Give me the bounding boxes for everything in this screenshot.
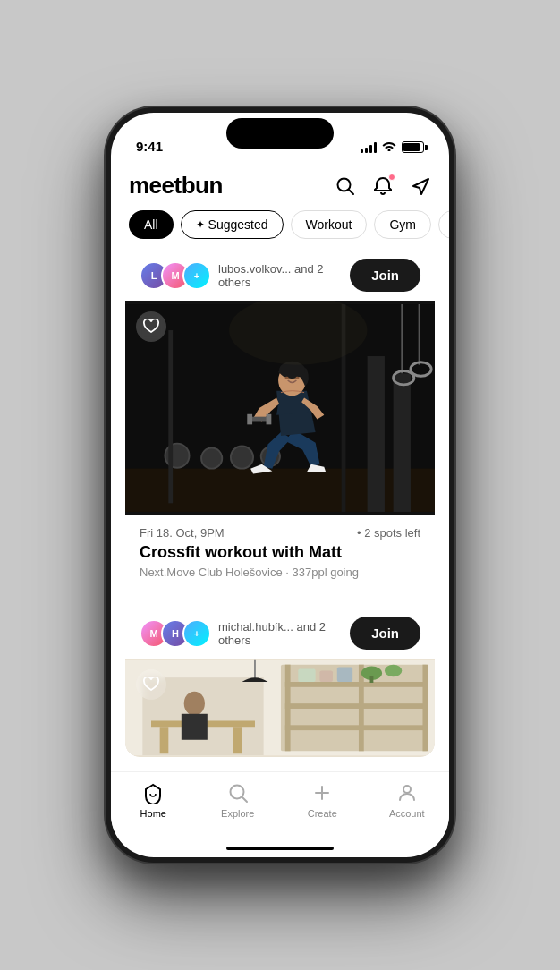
svg-rect-43 [182,714,208,740]
tab-workout[interactable]: Workout [291,210,368,239]
svg-rect-32 [298,669,315,682]
svg-point-18 [285,377,289,379]
event-title: Crossfit workout with Matt [140,543,420,562]
attendees-row-1: L M + lubos.volkov... and 2 others Join [125,250,435,301]
battery-fill [403,143,420,151]
svg-point-19 [295,377,299,379]
status-time: 9:41 [136,139,163,154]
event-image-1 [125,301,435,515]
nav-home[interactable]: Home [126,781,180,819]
svg-rect-41 [233,728,242,753]
svg-rect-36 [370,676,374,683]
nav-explore-label: Explore [221,808,254,819]
svg-point-46 [403,786,411,793]
svg-rect-26 [285,682,424,687]
nav-create-label: Create [308,808,337,819]
svg-rect-29 [285,665,291,752]
feed-scroll[interactable]: L M + lubos.volkov... and 2 others Join [111,250,449,771]
send-button[interactable] [410,175,431,197]
svg-rect-34 [337,668,352,682]
gym-scene [125,659,435,757]
avatar-stack-2: M H + [140,619,211,648]
create-icon [310,781,334,804]
nav-account[interactable]: Account [380,781,434,819]
header-icons [335,175,431,197]
event-meta: Fri 18. Oct, 9PM • 2 spots left [140,526,420,540]
svg-rect-14 [247,414,252,425]
app-logo: meetbun [129,172,223,200]
svg-rect-33 [319,670,332,682]
notification-button[interactable] [372,175,394,197]
tab-all[interactable]: All [129,210,174,239]
app-content: meetbun [111,161,449,771]
svg-rect-4 [394,373,411,512]
attendees-left: L M + lubos.volkov... and 2 others [140,261,350,290]
status-icons [361,140,424,154]
attendee-text-1: lubos.volkov... and 2 others [218,262,350,289]
signal-bars-icon [361,142,377,153]
svg-rect-20 [168,330,173,503]
avatar-stack: L M + [140,261,211,290]
battery-icon [402,141,424,153]
nav-home-label: Home [140,808,166,819]
tab-suggested[interactable]: ✦ Suggested [181,210,284,239]
svg-point-42 [184,692,205,716]
svg-rect-15 [267,414,272,425]
svg-rect-27 [285,703,424,709]
bottom-nav: Home Explore [111,771,449,847]
join-button-1[interactable]: Join [350,259,420,292]
filter-tabs: All ✦ Suggested Workout Gym Vilg... [111,207,449,250]
like-button-2[interactable] [136,669,166,700]
svg-point-11 [231,447,253,469]
home-indicator [226,847,334,850]
like-button-1[interactable] [136,311,166,342]
svg-point-37 [385,665,402,677]
spots-left: • 2 spots left [357,526,420,540]
nav-create[interactable]: Create [295,781,349,819]
event-venue: Next.Move Club Holešovice · 337ppl going [140,566,420,579]
svg-rect-30 [359,665,364,752]
event-card-2: M H + michal.hubík... and 2 others Join [125,608,435,757]
dynamic-island [226,118,334,149]
nav-explore[interactable]: Explore [211,781,265,819]
svg-rect-3 [368,356,385,512]
svg-rect-31 [422,665,428,752]
home-icon [141,781,165,804]
explore-icon [226,781,250,804]
tab-gym[interactable]: Gym [374,210,431,239]
account-icon [395,781,419,804]
event-card-1: L M + lubos.volkov... and 2 others Join [125,250,435,593]
sparkle-icon: ✦ [196,218,205,231]
attendees-left-2: M H + michal.hubík... and 2 others [140,619,350,648]
attendee-text-2: michal.hubík... and 2 others [218,620,350,647]
svg-rect-28 [285,725,424,730]
phone-screen: 9:41 [111,113,449,857]
svg-rect-13 [250,417,267,422]
wifi-icon [382,140,396,154]
attendees-row-2: M H + michal.hubík... and 2 others Join [125,608,435,659]
svg-rect-40 [160,728,169,753]
tab-vilg[interactable]: Vilg... [438,210,449,239]
notification-dot [388,174,395,181]
event-date: Fri 18. Oct, 9PM [140,526,225,540]
app-header: meetbun [111,161,449,207]
svg-point-10 [201,447,222,468]
crossfit-scene [125,301,435,515]
phone-outer: 9:41 [0,0,560,970]
join-button-2[interactable]: Join [350,617,420,650]
phone-frame: 9:41 [106,107,454,863]
event-info-1: Fri 18. Oct, 9PM • 2 spots left Crossfit… [125,515,435,593]
avatar-3: + [182,261,211,290]
svg-point-45 [230,786,243,799]
nav-account-label: Account [389,808,425,819]
search-button[interactable] [335,175,356,197]
avatar-6: + [182,619,211,648]
